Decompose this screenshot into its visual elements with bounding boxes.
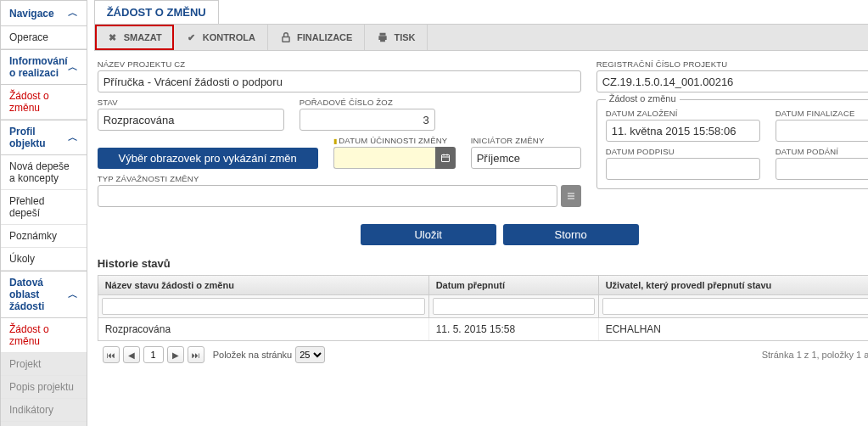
label-registracni-cislo: REGISTRAČNÍ ČÍSLO PROJEKTU xyxy=(596,59,868,69)
nav-section-navigace[interactable]: Navigace ︿ xyxy=(1,0,87,26)
nav-section-label: Navigace xyxy=(9,8,54,20)
typ-zavaznosti-picker[interactable] xyxy=(561,185,581,207)
nav-section-informovani[interactable]: Informování o realizaci ︿ xyxy=(1,49,87,85)
sidebar: Navigace ︿ Operace Informování o realiza… xyxy=(0,0,87,426)
nav-section-label: Profil objektu xyxy=(9,126,68,149)
datum-podpisu-field[interactable] xyxy=(606,158,760,180)
fieldset-legend: Žádost o změnu xyxy=(606,93,680,104)
cell-datum: 11. 5. 2015 15:58 xyxy=(429,318,599,340)
datum-finalizace-field[interactable] xyxy=(776,120,868,142)
chevron-up-icon: ︿ xyxy=(68,6,78,20)
per-page-select[interactable]: 25 xyxy=(295,346,325,363)
sidebar-item-prehled-depesi[interactable]: Přehled depeší xyxy=(1,190,87,225)
sidebar-item-poznamky[interactable]: Poznámky xyxy=(1,225,87,248)
iniciator-field[interactable] xyxy=(471,147,581,169)
chevron-up-icon: ︿ xyxy=(68,60,78,75)
nav-section-profil[interactable]: Profil objektu ︿ xyxy=(1,120,87,155)
col-header-nazev[interactable]: Název stavu žádosti o změnu xyxy=(98,276,429,294)
tool-label: TISK xyxy=(394,32,415,42)
chevron-up-icon: ︿ xyxy=(68,131,78,145)
lock-icon xyxy=(280,31,292,43)
sidebar-item-operace[interactable]: Operace xyxy=(1,26,87,49)
history-title: Historie stavů xyxy=(98,254,868,275)
toolbar: ✖ SMAZAT ✔ KONTROLA FINALIZACE TISK xyxy=(94,24,868,51)
label-poradove-cislo: POŘADOVÉ ČÍSLO ŽOZ xyxy=(300,98,435,107)
nav-section-label: Datová oblast žádosti xyxy=(9,277,68,312)
pager: ⏮ ◀ ▶ ⏭ Položek na stránku 25 Stránka 1 … xyxy=(98,341,868,368)
svg-rect-0 xyxy=(283,36,289,42)
label-typ-zavaznosti: TYP ZÁVAŽNOSTI ZMĚNY xyxy=(98,174,581,183)
sidebar-item-zadost-o-zmenu-2[interactable]: Žádost o změnu xyxy=(1,318,87,353)
label-datum-podpisu: DATUM PODPISU xyxy=(606,147,760,156)
sidebar-item-popis-projektu[interactable]: Popis projektu xyxy=(1,376,87,399)
tool-label: SMAZAT xyxy=(124,32,162,42)
cell-uzivatel: ECHALHAN xyxy=(599,318,868,340)
filter-nazev[interactable] xyxy=(102,298,425,315)
list-icon xyxy=(566,191,576,201)
smazat-button[interactable]: ✖ SMAZAT xyxy=(95,25,174,50)
sidebar-item-zadost-o-zmenu-1[interactable]: Žádost o změnu xyxy=(1,85,87,120)
col-header-uzivatel[interactable]: Uživatel, který provedl přepnutí stavu xyxy=(599,276,868,294)
cell-nazev: Rozpracována xyxy=(98,318,429,340)
tool-label: KONTROLA xyxy=(203,32,255,42)
pager-page-input[interactable] xyxy=(143,346,164,363)
ulozit-button[interactable]: Uložit xyxy=(361,224,496,245)
nazev-projektu-field[interactable] xyxy=(98,70,581,92)
calendar-icon xyxy=(440,153,451,163)
label-nazev-projektu: NÁZEV PROJEKTU CZ xyxy=(98,59,581,69)
main-content: ŽÁDOST O ZMĚNU ✖ SMAZAT ✔ KONTROLA FINAL… xyxy=(87,0,868,426)
print-icon xyxy=(377,31,389,43)
typ-zavaznosti-field[interactable] xyxy=(98,185,557,207)
label-stav: STAV xyxy=(98,98,284,107)
tool-label: FINALIZACE xyxy=(297,32,352,42)
registracni-cislo-field[interactable] xyxy=(596,70,868,92)
sidebar-item-indikatory[interactable]: Indikátory xyxy=(1,399,87,422)
pager-prev-button[interactable]: ◀ xyxy=(123,346,140,363)
chevron-up-icon: ︿ xyxy=(68,288,78,302)
nav-section-label: Informování o realizaci xyxy=(9,55,68,79)
nav-section-datova[interactable]: Datová oblast žádosti ︿ xyxy=(1,271,87,318)
pager-first-button[interactable]: ⏮ xyxy=(103,346,120,363)
sidebar-item-horizontalni[interactable]: Horizontální principy xyxy=(1,422,87,426)
filter-uzivatel[interactable] xyxy=(602,298,868,315)
filter-datum[interactable] xyxy=(433,298,595,315)
storno-button[interactable]: Storno xyxy=(503,224,639,245)
datum-podani-field[interactable] xyxy=(776,158,868,180)
pager-summary: Stránka 1 z 1, položky 1 až 1 z 1 xyxy=(762,350,868,360)
calendar-button[interactable] xyxy=(435,147,456,169)
history-grid: Název stavu žádosti o změnu Datum přepnu… xyxy=(98,275,868,341)
table-row[interactable]: Rozpracována 11. 5. 2015 15:58 ECHALHAN xyxy=(98,318,868,340)
check-icon: ✔ xyxy=(186,31,198,43)
sidebar-item-nova-depese[interactable]: Nová depeše a koncepty xyxy=(1,155,87,190)
datum-ucinnosti-field[interactable] xyxy=(333,147,435,169)
label-datum-finalizace: DATUM FINALIZACE xyxy=(776,109,868,118)
tab-zadost-o-zmenu[interactable]: ŽÁDOST O ZMĚNU xyxy=(94,0,219,24)
label-datum-ucinnosti: DATUM ÚČINNOSTI ZMĚNY xyxy=(333,136,456,145)
pager-next-button[interactable]: ▶ xyxy=(167,346,184,363)
sidebar-item-projekt[interactable]: Projekt xyxy=(1,353,87,376)
label-datum-zalozeni: DATUM ZALOŽENÍ xyxy=(606,109,760,118)
stav-field[interactable] xyxy=(98,109,284,131)
kontrola-button[interactable]: ✔ KONTROLA xyxy=(174,25,268,50)
pager-last-button[interactable]: ⏭ xyxy=(188,346,204,363)
finalizace-button[interactable]: FINALIZACE xyxy=(268,25,365,50)
col-header-datum[interactable]: Datum přepnutí xyxy=(429,276,599,294)
sidebar-item-ukoly[interactable]: Úkoly xyxy=(1,248,87,271)
zadost-o-zmenu-fieldset: Žádost o změnu DATUM ZALOŽENÍ DATUM FINA… xyxy=(596,99,868,189)
poradove-cislo-field[interactable] xyxy=(300,109,435,131)
svg-rect-1 xyxy=(441,155,449,162)
label-iniciator: INICIÁTOR ZMĚNY xyxy=(471,136,581,145)
per-page-label: Položek na stránku xyxy=(213,350,293,360)
datum-zalozeni-field[interactable] xyxy=(606,120,760,142)
delete-icon: ✖ xyxy=(107,31,119,43)
vyber-obrazovek-button[interactable]: Výběr obrazovek pro vykázání změn xyxy=(98,148,318,169)
tisk-button[interactable]: TISK xyxy=(365,25,428,50)
label-datum-podani: DATUM PODÁNÍ xyxy=(776,147,868,156)
